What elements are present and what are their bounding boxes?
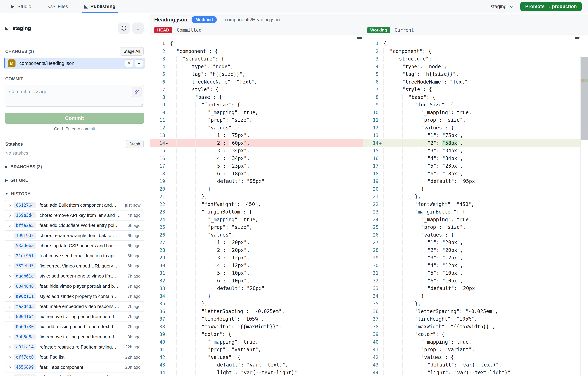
line-number: 23 — [363, 209, 379, 215]
history-row[interactable]: ›daab61dstyle: add border-none to vimeo … — [5, 271, 144, 281]
chevron-right-icon[interactable]: › — [9, 293, 11, 299]
promote-button[interactable]: Promote → production — [520, 2, 582, 11]
tab-publishing[interactable]: ◣ Publishing — [84, 0, 116, 13]
chevron-right-icon[interactable]: › — [9, 223, 11, 228]
line-number: 6 — [363, 79, 379, 84]
right-meta-label: Current — [395, 27, 414, 33]
code-text: "values": { — [170, 231, 363, 239]
stash-button[interactable]: Stash — [126, 140, 144, 148]
no-stashes-text: No stashes — [0, 150, 149, 156]
diff-line: 10 "_mapping": true, — [363, 109, 580, 116]
history-row[interactable]: ›a9ffa14refactor: restructure FaqItem st… — [5, 342, 144, 352]
refresh-button[interactable] — [118, 22, 130, 34]
history-row[interactable]: ›fa2dcd3feat: make embedded video respon… — [5, 302, 144, 312]
code-text: "treeNodeName": "Text", — [383, 78, 580, 86]
commit-time: just now — [125, 203, 141, 208]
history-section-toggle[interactable]: ▼ HISTORY — [0, 191, 149, 197]
code-text: "2": "60px", — [170, 139, 363, 147]
chevron-right-icon[interactable]: › — [9, 304, 11, 309]
chevron-right-icon[interactable]: › — [9, 344, 11, 350]
chevron-right-icon[interactable]: › — [9, 364, 11, 370]
chevron-right-icon[interactable]: › — [9, 263, 11, 269]
line-number: 21 — [363, 194, 379, 199]
generate-message-button[interactable] — [132, 87, 142, 97]
line-number: 20 — [150, 186, 165, 192]
commit-hash: a8a2748 — [13, 375, 36, 376]
history-row[interactable]: ›0a69730fix: add missing period to hero … — [5, 322, 144, 332]
line-number: 11 — [150, 117, 165, 123]
code-text: "lineHeight": "105%", — [383, 315, 580, 323]
line-number: 37 — [363, 316, 379, 322]
chevron-right-icon[interactable]: › — [9, 334, 11, 340]
branch-dropdown[interactable]: staging — [491, 4, 512, 9]
history-row[interactable]: ›eff7dc0feat: Faq list22h ago — [5, 352, 144, 363]
diff-line: 44 "light": "var(--text-light)" — [363, 369, 580, 376]
tab-studio[interactable]: ▶ Studio — [11, 0, 31, 13]
chevron-right-icon[interactable]: › — [9, 233, 11, 239]
line-number: 29 — [363, 255, 379, 261]
history-row[interactable]: ›169a3d4chore: remove API key from .env … — [5, 210, 144, 221]
line-number: 33 — [363, 286, 379, 291]
left-horizontal-scrollbar[interactable] — [150, 35, 363, 40]
diff-line: 22 "fontWeight": "450", — [363, 200, 580, 208]
commit-message: feat: Faq list — [39, 354, 123, 360]
line-number: 1 — [363, 41, 379, 46]
code-text: "_mapping": true, — [383, 338, 580, 346]
history-row[interactable]: ›4556899feat: Tabs component23h ago — [5, 363, 144, 373]
code-text: "type": "node", — [383, 63, 580, 71]
code-text: "6": "18px", — [383, 170, 580, 178]
history-row[interactable]: ›bffa2a5feat: add Cloudflare Worker entr… — [5, 220, 144, 231]
stage-all-button[interactable]: Stage All — [120, 47, 144, 56]
commit-hash: a9ffa14 — [13, 344, 36, 350]
diff-line: 10 "_mapping": true, — [150, 109, 363, 116]
history-row[interactable]: ›21ec95ffeat: move send-email function t… — [5, 251, 144, 261]
chevron-right-icon[interactable]: › — [9, 314, 11, 319]
code-text: "3": "34px", — [170, 147, 363, 155]
tab-files[interactable]: </> Files — [47, 0, 68, 13]
changes-header-label: CHANGES (1) — [5, 49, 34, 54]
diff-line: 16 "4": "34px", — [150, 155, 363, 162]
line-number: 16 — [363, 156, 379, 161]
current-branch-label: staging — [12, 25, 31, 31]
chevron-down-icon — [510, 4, 514, 8]
hscroll-thumb[interactable] — [575, 37, 579, 39]
right-horizontal-scrollbar[interactable] — [363, 35, 580, 40]
commit-time: 8h ago — [128, 334, 141, 339]
pull-button[interactable]: ↓ — [132, 22, 144, 34]
hscroll-thumb[interactable] — [357, 37, 362, 39]
branches-section-toggle[interactable]: ▶ BRANCHES (2) — [0, 164, 149, 169]
diff-file-header: Heading.json Modified components/Heading… — [150, 14, 588, 26]
vertical-scrollbar[interactable] — [580, 56, 588, 376]
chevron-right-icon[interactable]: › — [9, 253, 11, 259]
chevron-right-icon[interactable]: › — [9, 354, 11, 360]
history-row[interactable]: ›a8a2748refactor: simplify components an… — [5, 373, 144, 376]
code-text: "fontSize": { — [170, 101, 363, 109]
history-row[interactable]: ›53adebachore: update CSP headers and ba… — [5, 241, 144, 251]
changed-file-path: components/Heading.json — [19, 61, 123, 66]
chevron-right-icon[interactable]: › — [9, 243, 11, 249]
chevron-right-icon[interactable]: › — [9, 375, 11, 376]
history-row[interactable]: ›7ab5d8afix: remove trailing period from… — [5, 332, 144, 342]
history-row[interactable]: ›199f9d3chore: rename wrangler.toml.bak … — [5, 231, 144, 241]
commit-message: fix: remove trailing period from hero t… — [39, 334, 125, 340]
chevron-right-icon[interactable]: › — [9, 212, 11, 218]
commit-message: feat: Tabs component — [39, 365, 123, 370]
vscroll-thumb[interactable] — [581, 57, 588, 140]
git-url-section-toggle[interactable]: ▶ GIT URL — [0, 178, 149, 183]
discard-file-button[interactable]: ✕ — [125, 59, 133, 67]
commit-message-input[interactable] — [5, 84, 144, 107]
commit-time: 6h ago — [128, 243, 141, 248]
history-row[interactable]: ›0044848feat: hide vimeo player portrait… — [5, 281, 144, 292]
chevron-right-icon[interactable]: › — [9, 202, 11, 208]
stage-file-button[interactable]: + — [135, 59, 143, 67]
history-row[interactable]: ›6612764feat: add BulletItem component a… — [5, 200, 144, 210]
history-row[interactable]: ›782ebd5fix: correct Vimeo embed URL que… — [5, 261, 144, 271]
chevron-right-icon[interactable]: › — [9, 273, 11, 279]
commit-button[interactable]: Commit — [5, 113, 144, 124]
chevron-right-icon[interactable]: › — [9, 324, 11, 330]
commit-hash: fa2dcd3 — [13, 303, 36, 310]
chevron-right-icon[interactable]: › — [9, 283, 11, 289]
changed-file-row[interactable]: M components/Heading.json ✕ + — [4, 58, 145, 69]
history-row[interactable]: ›8004164fix: remove trailing period from… — [5, 312, 144, 322]
history-row[interactable]: ›a96c111style: add zIndex property to co… — [5, 292, 144, 302]
